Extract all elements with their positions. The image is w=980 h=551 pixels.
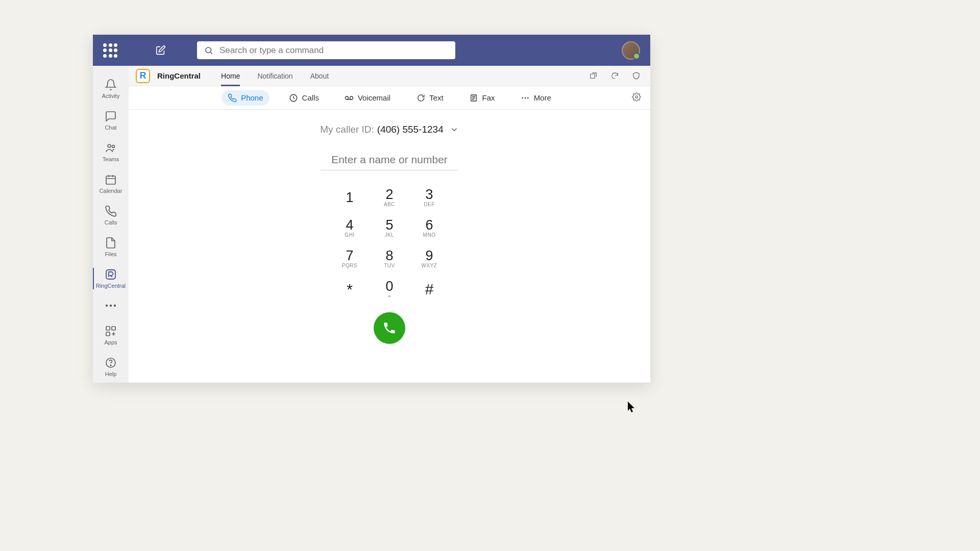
key-5[interactable]: 5JKL: [370, 212, 409, 243]
more-icon: [105, 304, 117, 307]
svg-point-6: [110, 305, 112, 307]
teams-icon: [105, 142, 117, 154]
tab-notification[interactable]: Notification: [252, 66, 298, 86]
chat-icon: [105, 110, 117, 122]
toolbar-more[interactable]: More: [514, 90, 557, 106]
sidebar-label: Apps: [104, 339, 117, 345]
search-box[interactable]: [197, 41, 455, 59]
svg-rect-9: [112, 327, 115, 330]
svg-point-15: [345, 96, 348, 99]
content-area: R RingCentral Home Notification About Ph…: [129, 66, 650, 383]
toolbar-fax[interactable]: Fax: [463, 90, 501, 106]
caller-id-selector[interactable]: My caller ID: (406) 555-1234: [320, 124, 459, 135]
sidebar-label: Activity: [102, 93, 120, 99]
ringcentral-icon: [105, 268, 117, 281]
caller-id-value: (406) 555-1234: [377, 124, 444, 135]
text-icon: [416, 93, 425, 103]
search-input[interactable]: [219, 45, 448, 56]
key-pound[interactable]: #: [409, 273, 449, 304]
svg-rect-3: [106, 176, 115, 184]
file-icon: [105, 237, 117, 249]
key-1[interactable]: 1: [330, 182, 370, 212]
gear-icon: [632, 92, 641, 102]
svg-point-20: [527, 97, 529, 98]
sidebar-label: Files: [105, 251, 116, 257]
svg-rect-8: [106, 327, 110, 330]
app-window: Activity Chat Teams Calendar Calls Files: [93, 35, 650, 383]
tab-about[interactable]: About: [305, 66, 334, 86]
toolbar-label: Text: [429, 93, 444, 102]
help-icon: [105, 357, 117, 369]
settings-button[interactable]: [632, 92, 641, 104]
svg-point-12: [110, 365, 111, 366]
key-4[interactable]: 4GHI: [330, 212, 370, 243]
dial-input[interactable]: [321, 149, 458, 170]
chevron-down-icon: [450, 125, 459, 134]
sidebar-item-activity[interactable]: Activity: [93, 73, 129, 105]
apps-icon: [105, 325, 117, 337]
key-6[interactable]: 6MNO: [409, 212, 449, 243]
key-3[interactable]: 3DEF: [409, 182, 449, 212]
key-7[interactable]: 7PQRS: [330, 243, 370, 273]
calendar-icon: [105, 173, 117, 186]
sidebar-label: Help: [105, 371, 117, 377]
presence-badge: [633, 53, 640, 60]
dialer-panel: My caller ID: (406) 555-1234 1 2ABC 3DEF…: [129, 110, 650, 383]
app-name: RingCentral: [157, 71, 201, 80]
compose-icon[interactable]: [155, 45, 166, 56]
sidebar-label: RingCentral: [96, 283, 126, 289]
sidebar-label: Calendar: [100, 188, 122, 194]
svg-rect-10: [106, 332, 110, 336]
call-button[interactable]: [374, 312, 405, 344]
voicemail-icon: [345, 93, 354, 103]
refresh-icon[interactable]: [607, 69, 622, 83]
svg-point-7: [114, 305, 116, 307]
key-0[interactable]: 0+: [370, 273, 409, 304]
key-star[interactable]: *: [330, 273, 370, 304]
app-launcher-icon[interactable]: [103, 43, 117, 58]
svg-point-19: [524, 97, 526, 98]
toolbar-label: Voicemail: [358, 93, 390, 102]
app-rail: Activity Chat Teams Calendar Calls Files: [93, 66, 129, 383]
sidebar-item-calls[interactable]: Calls: [93, 199, 129, 231]
svg-point-21: [635, 95, 638, 98]
cursor-icon: [628, 402, 637, 414]
clock-icon: [289, 93, 298, 103]
toolbar-calls[interactable]: Calls: [283, 90, 325, 106]
svg-point-16: [350, 96, 353, 99]
bell-icon: [105, 79, 117, 91]
popout-icon[interactable]: [586, 69, 600, 83]
search-icon: [204, 46, 213, 55]
sidebar-label: Calls: [105, 219, 117, 226]
sidebar-item-teams[interactable]: Teams: [93, 136, 129, 168]
sidebar-item-chat[interactable]: Chat: [93, 105, 129, 136]
svg-rect-13: [590, 74, 595, 79]
user-avatar[interactable]: [622, 41, 640, 60]
sidebar-item-help[interactable]: Help: [93, 351, 129, 383]
titlebar: [93, 35, 650, 66]
toolbar-label: Fax: [482, 93, 495, 102]
toolbar-phone[interactable]: Phone: [222, 90, 269, 106]
svg-point-5: [106, 305, 108, 307]
caller-id-label: My caller ID:: [320, 124, 374, 135]
sub-toolbar: Phone Calls Voicemail Text Fax: [129, 86, 650, 110]
svg-point-1: [108, 144, 111, 147]
tab-home[interactable]: Home: [216, 66, 245, 86]
sidebar-item-files[interactable]: Files: [93, 231, 129, 263]
svg-point-2: [112, 145, 115, 148]
sidebar-item-calendar[interactable]: Calendar: [93, 168, 129, 199]
toolbar-text[interactable]: Text: [410, 90, 450, 106]
sidebar-label: Chat: [105, 124, 116, 131]
sidebar-item-ringcentral[interactable]: RingCentral: [93, 263, 129, 294]
key-2[interactable]: 2ABC: [370, 182, 409, 212]
key-9[interactable]: 9WXYZ: [409, 243, 449, 273]
dialpad: 1 2ABC 3DEF 4GHI 5JKL 6MNO 7PQRS 8TUV 9W…: [330, 182, 449, 304]
key-8[interactable]: 8TUV: [370, 243, 409, 273]
app-header: R RingCentral Home Notification About: [129, 66, 650, 86]
sidebar-more[interactable]: [93, 294, 129, 317]
svg-point-18: [522, 97, 523, 98]
sidebar-item-apps[interactable]: Apps: [93, 319, 129, 351]
toolbar-voicemail[interactable]: Voicemail: [338, 90, 397, 106]
shield-icon[interactable]: [629, 69, 643, 83]
more-icon: [521, 93, 530, 103]
